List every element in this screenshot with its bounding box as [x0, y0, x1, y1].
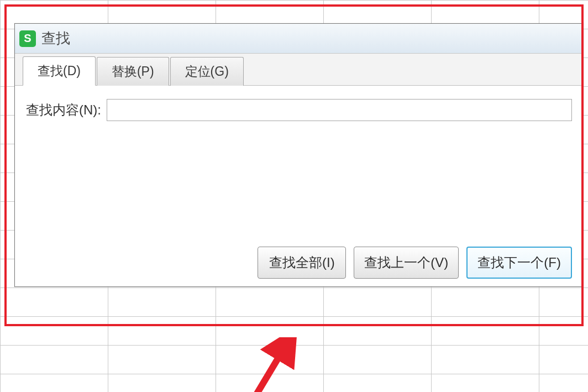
find-dialog: S 查找 查找(D) 替换(P) 定位(G) 查找内容(N): 查找全部(I) …: [14, 23, 584, 287]
find-prev-button[interactable]: 查找上一个(V): [354, 247, 459, 279]
tab-find[interactable]: 查找(D): [23, 56, 96, 86]
dialog-button-row: 查找全部(I) 查找上一个(V) 查找下一个(F): [26, 240, 572, 279]
tab-replace[interactable]: 替换(P): [97, 57, 169, 86]
app-icon: S: [19, 30, 36, 47]
dialog-title: 查找: [41, 29, 70, 48]
find-field-row: 查找内容(N):: [26, 99, 572, 121]
dialog-body: 查找内容(N): 查找全部(I) 查找上一个(V) 查找下一个(F): [15, 86, 583, 286]
find-content-label: 查找内容(N):: [26, 101, 101, 119]
find-content-input[interactable]: [107, 99, 572, 121]
dialog-titlebar[interactable]: S 查找: [15, 24, 583, 54]
find-next-button[interactable]: 查找下一个(F): [466, 247, 572, 279]
find-all-button[interactable]: 查找全部(I): [258, 247, 346, 279]
tab-strip: 查找(D) 替换(P) 定位(G): [15, 54, 583, 86]
tab-goto[interactable]: 定位(G): [170, 57, 244, 86]
